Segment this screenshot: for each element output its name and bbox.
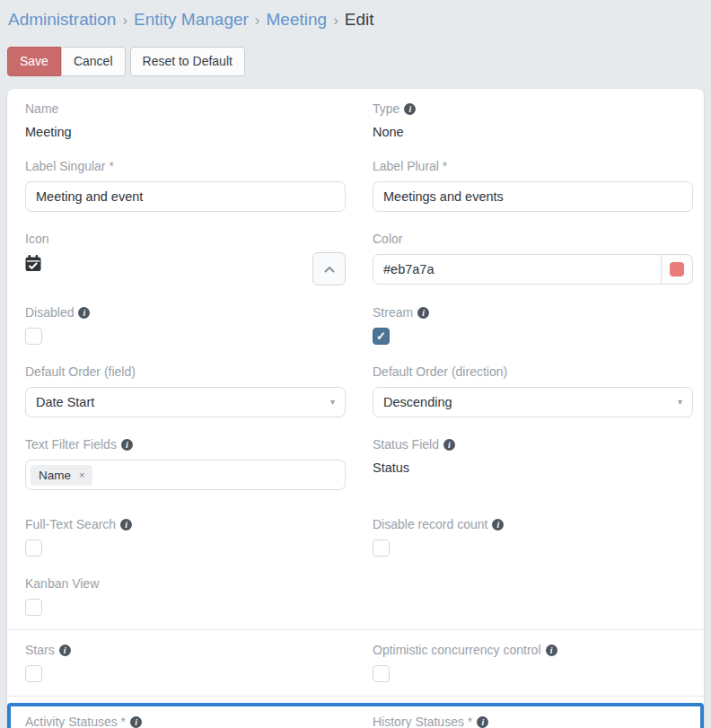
stream-checkbox[interactable]: ✓: [373, 328, 390, 345]
breadcrumb: Administration›Entity Manager›Meeting›Ed…: [8, 10, 704, 30]
entity-settings-panel: Name Meeting Typei None Label Singular *…: [7, 89, 704, 728]
default-order-direction-select[interactable]: Descending ▾: [373, 387, 693, 417]
breadcrumb-separator: ›: [333, 12, 338, 29]
field-label-singular: Label Singular *: [18, 148, 346, 221]
field-status-field: Status Fieldi Status: [365, 426, 693, 499]
field-default-order-direction-label: Default Order (direction): [373, 364, 693, 379]
field-default-order-direction: Default Order (direction) Descending ▾: [365, 354, 693, 426]
field-type-value: None: [373, 124, 693, 139]
info-icon[interactable]: i: [443, 439, 455, 451]
breadcrumb-meeting[interactable]: Meeting: [267, 10, 328, 29]
disabled-checkbox[interactable]: ✓: [25, 328, 42, 345]
default-order-field-select[interactable]: Date Start ▾: [25, 387, 346, 417]
field-label-plural-label: Label Plural *: [373, 159, 693, 173]
reset-to-default-button[interactable]: Reset to Default: [130, 47, 245, 76]
field-stream: Streami ✓: [365, 294, 693, 354]
save-button[interactable]: Save: [7, 47, 61, 76]
field-default-order-field: Default Order (field) Date Start ▾: [18, 354, 346, 426]
caret-down-icon: ▾: [678, 398, 682, 407]
cancel-button[interactable]: Cancel: [61, 47, 126, 76]
field-stream-label: Stream: [373, 305, 413, 320]
highlighted-statuses-section: Activity Statuses *i Planned× History St…: [7, 703, 704, 728]
color-input[interactable]: [373, 254, 662, 285]
info-icon[interactable]: i: [78, 307, 90, 319]
breadcrumb-entity-manager[interactable]: Entity Manager: [134, 10, 249, 29]
edit-toolbar: Save Cancel Reset to Default: [7, 47, 704, 76]
field-kanban-view: Kanban View ✓: [18, 566, 346, 625]
field-activity-statuses: Activity Statuses *i Planned×: [18, 706, 346, 728]
breadcrumb-administration[interactable]: Administration: [8, 10, 116, 29]
field-optimistic-concurrency-control: Optimistic concurrency controli ✓: [365, 632, 693, 691]
field-occ-label: Optimistic concurrency control: [373, 643, 541, 657]
chevron-up-icon: [324, 266, 335, 273]
color-swatch[interactable]: [670, 262, 684, 276]
info-icon[interactable]: i: [546, 645, 557, 656]
field-history-statuses: History Statuses *i Held×Not Held×: [365, 706, 693, 728]
calendar-check-icon: [25, 255, 41, 276]
info-icon[interactable]: i: [404, 103, 416, 115]
label-singular-input[interactable]: [25, 181, 346, 212]
text-filter-fields-input[interactable]: Name×: [25, 460, 346, 490]
field-name-label: Name: [25, 101, 346, 116]
tag-remove-icon[interactable]: ×: [79, 470, 84, 480]
field-history-statuses-label: History Statuses *: [373, 715, 472, 728]
field-text-filter-fields: Text Filter Fieldsi Name×: [18, 426, 346, 499]
field-stars: Starsi ✓: [18, 632, 346, 691]
info-icon[interactable]: i: [492, 519, 504, 531]
field-disabled: Disabledi ✓: [18, 294, 346, 354]
field-full-text-search: Full-Text Searchi ✓: [18, 506, 346, 566]
field-kanban-view-label: Kanban View: [25, 576, 346, 591]
default-order-field-value: Date Start: [36, 395, 94, 409]
field-type-label: Type: [373, 101, 399, 116]
disable-record-count-checkbox[interactable]: ✓: [373, 539, 390, 557]
field-icon-label: Icon: [25, 232, 346, 246]
field-name-value: Meeting: [25, 124, 346, 139]
info-icon[interactable]: i: [417, 307, 429, 319]
field-label-plural: Label Plural *: [365, 148, 693, 221]
section-divider: [7, 696, 704, 697]
label-plural-input[interactable]: [373, 181, 693, 212]
status-field-value: Status: [373, 460, 693, 475]
field-color: Color: [365, 221, 693, 294]
collapse-button[interactable]: [312, 252, 346, 285]
field-full-text-search-label: Full-Text Search: [25, 517, 116, 531]
info-icon[interactable]: i: [121, 439, 133, 451]
info-icon[interactable]: i: [130, 716, 142, 728]
tag: Name×: [31, 465, 92, 486]
field-disable-record-count-label: Disable record count: [373, 517, 487, 531]
tag-label: Name: [39, 469, 71, 482]
info-icon[interactable]: i: [120, 519, 132, 531]
info-icon[interactable]: i: [477, 716, 488, 728]
check-icon: ✓: [376, 330, 386, 342]
field-stars-label: Stars: [25, 643, 55, 657]
field-label-singular-label: Label Singular *: [25, 159, 346, 173]
breadcrumb-current-edit: Edit: [345, 10, 374, 29]
stars-checkbox[interactable]: ✓: [25, 665, 42, 682]
kanban-view-checkbox[interactable]: ✓: [25, 599, 42, 616]
field-color-label: Color: [373, 232, 693, 246]
field-activity-statuses-label: Activity Statuses *: [25, 715, 126, 728]
field-disabled-label: Disabled: [25, 305, 74, 320]
color-picker-addon[interactable]: [662, 254, 693, 285]
field-icon: Icon: [18, 221, 346, 294]
info-icon[interactable]: i: [59, 645, 71, 656]
default-order-direction-value: Descending: [383, 395, 452, 409]
field-text-filter-fields-label: Text Filter Fields: [25, 437, 117, 452]
breadcrumb-separator: ›: [122, 12, 127, 29]
occ-checkbox[interactable]: ✓: [373, 665, 390, 682]
field-status-field-label: Status Field: [373, 437, 439, 452]
full-text-search-checkbox[interactable]: ✓: [25, 539, 42, 557]
field-name: Name Meeting: [18, 91, 346, 148]
caret-down-icon: ▾: [330, 398, 335, 407]
field-default-order-field-label: Default Order (field): [25, 364, 346, 379]
field-disable-record-count: Disable record counti ✓: [365, 506, 693, 566]
field-type: Typei None: [365, 91, 693, 148]
breadcrumb-separator: ›: [255, 12, 260, 29]
entity-manager-edit-page: Administration›Entity Manager›Meeting›Ed…: [0, 0, 711, 728]
